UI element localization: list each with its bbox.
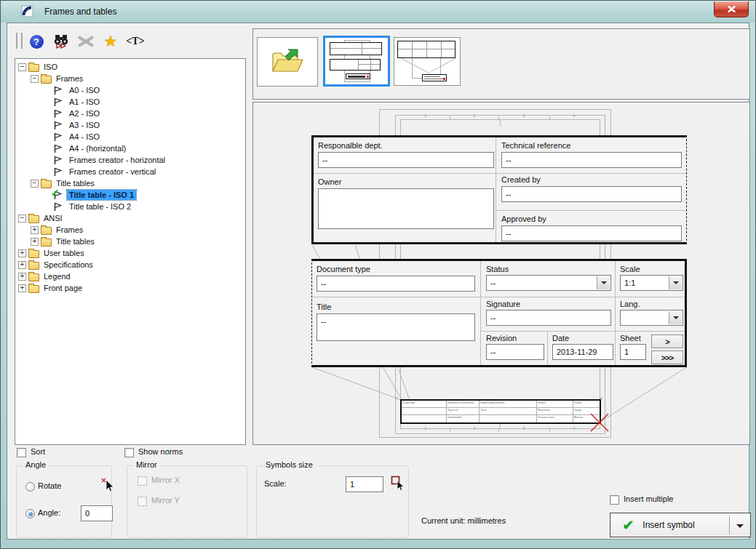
resp-dept-field[interactable]: --	[318, 152, 494, 168]
tree-item[interactable]: ✓Title table - ISO 1	[15, 189, 245, 201]
tree-item[interactable]: +Title tables	[15, 236, 245, 247]
thumbnail-title-table-1[interactable]	[323, 36, 390, 87]
title-block-panel-upper: Responalble dept. -- Owner Technical ref…	[311, 135, 687, 244]
thumbnail-title-table-2[interactable]	[394, 37, 461, 86]
rotate-radio[interactable]	[25, 482, 35, 492]
mini-table-cell	[402, 408, 447, 415]
tree-item[interactable]: A4 - (horizontal)	[15, 143, 245, 154]
thumb-panel-1	[330, 42, 382, 55]
created-by-field[interactable]: --	[501, 186, 682, 202]
title-field[interactable]: --	[317, 313, 475, 341]
revision-field[interactable]: --	[486, 344, 544, 360]
tree-item-label[interactable]: Title tables	[54, 236, 97, 247]
angle-radio[interactable]	[25, 509, 35, 518]
lang-combobox[interactable]	[620, 310, 683, 326]
mini-table-cell: Nazwisko	[537, 408, 573, 415]
tree-item[interactable]: Title table - ISO 2	[15, 201, 245, 212]
insert-symbol-button[interactable]: ✔ Insert symbol	[610, 513, 751, 537]
insert-multiple-checkbox[interactable]	[610, 495, 619, 505]
tree-item-label[interactable]: Frames creator - vertical	[67, 167, 158, 177]
tree-item[interactable]: A3 - ISO	[15, 119, 245, 131]
tech-ref-field[interactable]: --	[501, 152, 682, 168]
tree-item-label[interactable]: A0 - ISO	[67, 85, 102, 95]
tree-item-label[interactable]: ANSI	[41, 213, 65, 223]
tree-expander-icon[interactable]: +	[18, 284, 26, 292]
status-dropdown-button[interactable]	[597, 276, 610, 289]
tree-expander-icon[interactable]: −	[18, 63, 26, 71]
tree-item-label[interactable]: Title table - ISO 2	[67, 201, 133, 212]
tree-item-label[interactable]: Title tables	[54, 178, 97, 188]
lang-dropdown-button[interactable]	[669, 311, 682, 324]
toolbar-drag-handle[interactable]	[16, 33, 23, 49]
tree-item[interactable]: A2 - ISO	[15, 108, 245, 119]
tree-expander-icon[interactable]: +	[18, 249, 26, 257]
delete-button[interactable]	[76, 33, 95, 50]
scale-dropdown-button[interactable]	[669, 276, 682, 289]
symbols-scale-input[interactable]: 1	[346, 476, 383, 492]
find-button[interactable]	[52, 33, 71, 50]
document-type-field[interactable]: --	[317, 276, 475, 292]
mini-table-cell: Zatwierdził	[447, 415, 480, 422]
title-bar[interactable]: Frames and tables	[1, 1, 755, 23]
tree-item[interactable]: +Front page	[15, 282, 245, 294]
tree-expander-icon[interactable]: +	[31, 226, 39, 234]
tree-item[interactable]: +Legend	[15, 271, 245, 282]
tree-item-label[interactable]: Frames creator - horizontal	[67, 155, 167, 165]
tree-item[interactable]: −ANSI	[15, 212, 245, 224]
thumbnail-open-file[interactable]	[257, 37, 318, 87]
date-field[interactable]: 2013-11-29	[552, 344, 613, 360]
last-sheet-button[interactable]: >>>	[651, 350, 683, 364]
tree-expander-icon[interactable]: −	[31, 180, 39, 188]
close-button[interactable]	[714, 1, 749, 17]
folder-icon	[28, 262, 39, 270]
tree-item-label[interactable]: A4 - (horizontal)	[67, 143, 128, 153]
help-button[interactable]: ?	[27, 33, 46, 50]
signature-field[interactable]: --	[486, 310, 611, 326]
tree-item[interactable]: A0 - ISO	[15, 84, 245, 96]
tree-item[interactable]: +User tables	[15, 247, 245, 259]
flag-icon	[53, 109, 65, 119]
sort-checkbox[interactable]	[17, 448, 26, 457]
tree-expander-icon[interactable]: +	[31, 238, 39, 246]
tree-item-label[interactable]: Frames	[54, 73, 85, 84]
tree-item[interactable]: −ISO	[15, 61, 245, 73]
tree-item-label[interactable]: ISO	[41, 62, 60, 72]
tree-item-label[interactable]: Title table - ISO 1	[67, 190, 136, 200]
angle-input[interactable]: 0	[81, 505, 113, 521]
tree-item[interactable]: +Specifications	[15, 259, 245, 271]
scale-combobox[interactable]: 1:1	[620, 275, 683, 291]
tree-item-label[interactable]: Frames	[54, 225, 85, 235]
status-combobox[interactable]: --	[486, 275, 611, 291]
tree-item-label[interactable]: A1 - ISO	[67, 97, 102, 107]
show-norms-checkbox[interactable]	[124, 448, 134, 457]
tree-item[interactable]: A1 - ISO	[15, 96, 245, 108]
tree-item[interactable]: +Frames	[15, 224, 245, 236]
text-marker-button[interactable]: <T>	[126, 33, 145, 50]
tree-item-label[interactable]: User tables	[41, 248, 87, 258]
next-sheet-button[interactable]: >	[651, 334, 683, 348]
tree-expander-icon[interactable]: −	[18, 215, 26, 223]
tree-item-label[interactable]: Specifications	[41, 260, 95, 270]
frames-tree[interactable]: −ISO−FramesA0 - ISOA1 - ISOA2 - ISOA3 - …	[15, 58, 246, 445]
tree-expander-icon[interactable]: +	[18, 273, 26, 281]
mirror-group: Mirror Mirror X Mirror Y	[127, 465, 247, 538]
tree-item[interactable]: A4 - ISO	[15, 131, 245, 143]
folder-icon	[41, 239, 52, 247]
tree-expander-icon[interactable]: −	[31, 75, 39, 83]
tree-item[interactable]: Frames creator - horizontal	[15, 154, 245, 166]
tree-item[interactable]: −Title tables	[15, 177, 245, 189]
tree-item-label[interactable]: A4 - ISO	[67, 132, 102, 142]
tree-item-label[interactable]: Front page	[41, 283, 84, 293]
owner-field[interactable]	[318, 188, 494, 229]
tree-item[interactable]: Frames creator - vertical	[15, 166, 245, 177]
favorites-button[interactable]: ★	[101, 33, 120, 50]
tree-item-label[interactable]: A2 - ISO	[67, 108, 102, 119]
sheet-field[interactable]: 1	[620, 344, 646, 360]
scale-label: Scale	[620, 265, 640, 273]
insert-symbol-dropdown-arrow[interactable]	[736, 524, 744, 528]
tree-item[interactable]: −Frames	[15, 73, 245, 84]
approved-by-field[interactable]: --	[501, 225, 682, 241]
tree-item-label[interactable]: A3 - ISO	[67, 120, 102, 130]
tree-expander-icon[interactable]: +	[18, 261, 26, 269]
tree-item-label[interactable]: Legend	[41, 271, 73, 281]
